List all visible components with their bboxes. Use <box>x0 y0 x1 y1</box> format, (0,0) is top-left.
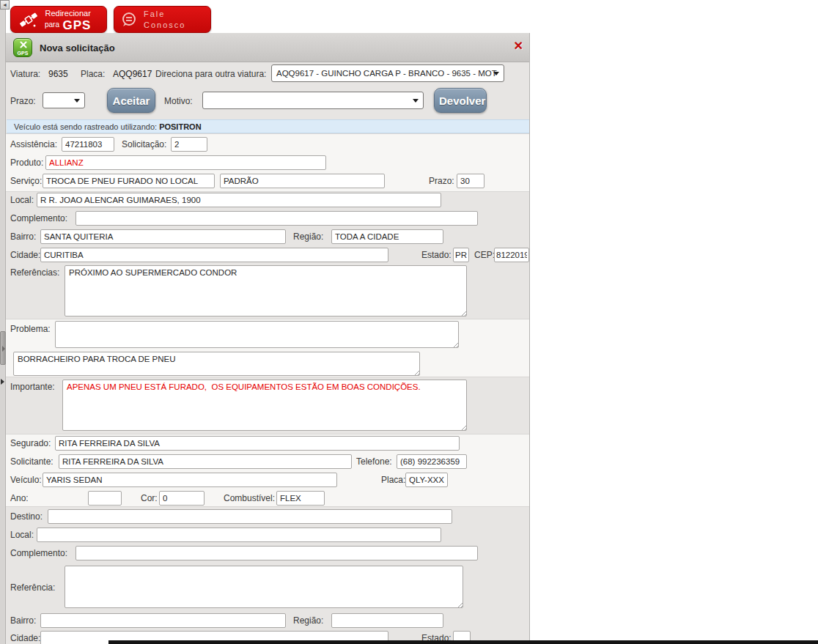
destino-referencia-label: Referência: <box>10 582 55 593</box>
cidade-input[interactable] <box>40 248 388 262</box>
prazo-min-label: Prazo: <box>429 176 454 186</box>
destino-bairro-label: Bairro: <box>10 615 36 626</box>
left-scroll-strip <box>0 0 6 644</box>
solicitante-label: Solicitante: <box>10 456 54 467</box>
prazo-select-label: Prazo: <box>10 96 36 106</box>
telefone-input[interactable] <box>397 454 467 469</box>
importante-textarea[interactable]: APENAS UM PNEU ESTÁ FURADO, OS EQUIPAMEN… <box>62 380 467 431</box>
nova-solicitacao-panel: GPS Nova solicitação ✕ Viatura: 9635 Pla… <box>6 33 530 644</box>
satellite-icon <box>17 10 40 29</box>
chevron-down-icon <box>74 99 80 103</box>
fale-conosco-button[interactable]: Fale Conosco <box>114 6 211 33</box>
problema-label: Problema: <box>10 324 51 334</box>
segurado-label: Segurado: <box>10 438 51 448</box>
destino-referencia-textarea[interactable] <box>65 566 463 608</box>
destino-label: Destino: <box>10 511 43 522</box>
local-label: Local: <box>10 195 34 205</box>
destino-cidade-label: Cidade: <box>10 633 40 643</box>
placa-value: AQQ9617 <box>113 69 152 79</box>
referencias-label: Referências: <box>10 267 59 278</box>
bairro-label: Bairro: <box>10 232 36 242</box>
contact-button-line1: Fale <box>144 10 165 18</box>
cor-input[interactable] <box>159 491 204 506</box>
combustivel-input[interactable] <box>276 491 325 506</box>
veiculo-input[interactable] <box>43 473 337 487</box>
solicitacao-label: Solicitação: <box>122 139 166 149</box>
motivo-select[interactable] <box>202 92 424 109</box>
prazo-select[interactable] <box>43 92 85 108</box>
chat-bubble-icon <box>120 11 138 29</box>
scroll-left-icon[interactable]: ◄ <box>0 0 10 10</box>
servico-tipo-input[interactable] <box>220 174 385 188</box>
solicitacao-input[interactable] <box>171 137 207 152</box>
estado-input[interactable] <box>453 248 469 262</box>
complemento-label: Complemento: <box>10 213 67 223</box>
local-input[interactable] <box>37 193 441 207</box>
devolver-button[interactable]: Devolver <box>434 88 487 113</box>
placa-label: Placa: <box>81 69 105 79</box>
referencias-textarea[interactable]: PRÓXIMO AO SUPERMERCADO CONDOR <box>65 265 467 317</box>
problema-textarea[interactable] <box>55 321 459 348</box>
tracking-value: POSITRON <box>159 122 201 131</box>
ano-label: Ano: <box>10 493 29 503</box>
page-title: Nova solicitação <box>40 42 115 53</box>
aceitar-button[interactable]: Aceitar <box>107 88 155 113</box>
contact-button-line2: Conosco <box>144 21 185 29</box>
servico-label: Serviço: <box>10 176 42 186</box>
chevron-down-icon <box>413 99 419 103</box>
viatura-value: 9635 <box>48 69 68 79</box>
complemento-input[interactable] <box>75 211 478 226</box>
gps-button-line1: Redirecionar <box>45 9 91 18</box>
destino-bairro-input[interactable] <box>40 613 286 628</box>
telefone-label: Telefone: <box>356 456 392 467</box>
placa-veiculo-input[interactable] <box>405 473 448 487</box>
segurado-input[interactable] <box>55 436 460 451</box>
assistencia-input[interactable] <box>62 137 114 152</box>
destino-local-input[interactable] <box>37 528 441 542</box>
regiao-input[interactable] <box>331 229 443 244</box>
veiculo-label: Veículo: <box>10 475 42 485</box>
viatura-label: Viatura: <box>10 69 40 79</box>
redirect-vehicle-select[interactable]: AQQ9617 - GUINCHO CARGA P - BRANCO - 963… <box>271 64 504 82</box>
panel-splitter-handle[interactable] <box>0 331 6 365</box>
window-bottom-edge <box>108 640 818 644</box>
redirect-vehicle-select-value: AQQ9617 - GUINCHO CARGA P - BRANCO - 963… <box>276 69 497 78</box>
close-icon[interactable]: ✕ <box>514 40 523 52</box>
service-note-textarea[interactable]: BORRACHEIRO PARA TROCA DE PNEU <box>13 352 420 376</box>
bairro-input[interactable] <box>40 229 286 244</box>
redirect-vehicle-label: Direciona para outra viatura: <box>155 69 266 79</box>
panel-expand-icon[interactable] <box>1 379 4 385</box>
cor-label: Cor: <box>141 493 158 503</box>
cep-label: CEP: <box>474 250 495 260</box>
chevron-down-icon <box>493 72 499 75</box>
estado-label: Estado: <box>421 250 452 260</box>
motivo-label: Motivo: <box>164 96 193 106</box>
destino-regiao-input[interactable] <box>331 613 443 628</box>
panel-header: GPS Nova solicitação ✕ <box>6 33 529 62</box>
prazo-min-input[interactable] <box>457 174 484 188</box>
tracking-status-bar: Veículo está sendo rastreado utilizando:… <box>7 119 529 133</box>
servico-input[interactable] <box>43 174 215 188</box>
cep-input[interactable] <box>494 248 529 262</box>
destino-input[interactable] <box>48 509 452 524</box>
produto-label: Produto: <box>10 158 43 168</box>
gps-button-line2-small: para <box>45 21 59 29</box>
ano-input[interactable] <box>88 491 122 506</box>
tracking-label: Veículo está sendo rastreado utilizando: <box>14 122 157 131</box>
importante-label: Importante: <box>10 382 55 392</box>
destino-complemento-label: Complemento: <box>10 548 67 558</box>
destino-regiao-label: Região: <box>293 615 323 626</box>
assistencia-label: Assistência: <box>10 139 57 149</box>
gps-button-line2-big: GPS <box>62 18 91 32</box>
placa-veiculo-label: Placa: <box>381 475 405 485</box>
destino-complemento-input[interactable] <box>75 546 478 560</box>
destino-local-label: Local: <box>10 530 34 540</box>
solicitante-input[interactable] <box>59 454 352 469</box>
combustivel-label: Combustível: <box>224 493 275 503</box>
redirect-to-gps-button[interactable]: Redirecionar para GPS <box>10 6 107 33</box>
produto-input[interactable] <box>45 155 326 170</box>
cidade-label: Cidade: <box>10 250 40 260</box>
gps-app-icon: GPS <box>13 38 32 57</box>
regiao-label: Região: <box>293 232 323 242</box>
